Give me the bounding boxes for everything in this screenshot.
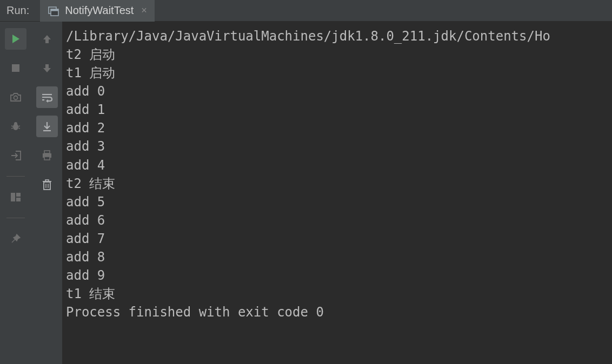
run-tool-body: /Library/Java/JavaVirtualMachines/jdk1.8… [0,22,612,364]
console-line: add 0 [63,82,612,100]
pin-button[interactable] [5,228,26,250]
console-line: t1 启动 [63,64,612,82]
console-line: Process finished with exit code 0 [63,303,612,321]
layout-button[interactable] [5,186,26,208]
scroll-to-end-icon [41,120,53,132]
run-icon [10,33,22,45]
down-arrow-icon [42,63,52,73]
pin-icon [10,233,21,244]
console-line: add 6 [63,211,612,230]
console-line: add 9 [63,266,612,285]
left-toolbar-2 [31,22,63,364]
down-stack-button[interactable] [36,57,58,79]
application-icon [48,5,59,17]
console-line: add 3 [63,137,612,156]
console-line: add 4 [63,156,612,174]
console-line: add 1 [63,100,612,119]
layout-icon [10,192,21,202]
print-icon [41,150,53,161]
clear-all-button[interactable] [36,174,58,196]
print-button[interactable] [36,145,58,166]
svg-rect-13 [16,198,21,201]
svg-rect-15 [44,151,50,153]
svg-rect-20 [45,180,49,181]
console-line: t2 启动 [63,45,612,64]
close-icon[interactable]: × [141,5,147,16]
stop-icon [11,63,21,73]
dump-threads-button[interactable] [5,86,26,108]
console-line: t2 结束 [63,174,612,193]
svg-line-9 [18,126,20,126]
console-line: add 5 [63,193,612,211]
run-label: Run: [0,4,40,17]
bug-icon [10,120,22,132]
svg-rect-11 [11,193,15,201]
run-config-tab[interactable]: NotifyWaitTest × [40,0,155,22]
exit-button[interactable] [5,145,26,166]
toolbar-separator [6,218,25,218]
svg-rect-18 [44,182,50,190]
svg-rect-17 [44,157,50,160]
console-line: add 2 [63,119,612,137]
scroll-to-end-button[interactable] [36,116,58,137]
svg-line-7 [11,126,13,126]
attach-debugger-button[interactable] [5,116,26,137]
svg-rect-12 [16,193,21,197]
svg-point-6 [14,122,17,125]
up-arrow-icon [42,33,52,44]
trash-icon [42,179,52,191]
svg-rect-3 [12,64,19,72]
svg-point-4 [14,96,18,100]
svg-line-8 [11,128,13,129]
console-line: add 8 [63,248,612,266]
console-line: add 7 [63,230,612,248]
up-stack-button[interactable] [36,28,58,50]
svg-rect-2 [51,9,58,11]
left-toolbar-1 [0,22,31,364]
soft-wrap-button[interactable] [36,86,58,108]
console-line: /Library/Java/JavaVirtualMachines/jdk1.8… [63,27,612,45]
stop-button[interactable] [5,57,26,79]
camera-icon [10,92,22,103]
console-output[interactable]: /Library/Java/JavaVirtualMachines/jdk1.8… [63,22,612,364]
rerun-button[interactable] [5,28,26,50]
exit-icon [10,150,22,161]
svg-line-10 [18,128,20,129]
toolbar-separator [6,176,25,177]
soft-wrap-icon [41,92,54,103]
run-tool-header: Run: NotifyWaitTest × [0,0,612,22]
console-line: t1 结束 [63,285,612,303]
tab-label: NotifyWaitTest [65,4,134,17]
